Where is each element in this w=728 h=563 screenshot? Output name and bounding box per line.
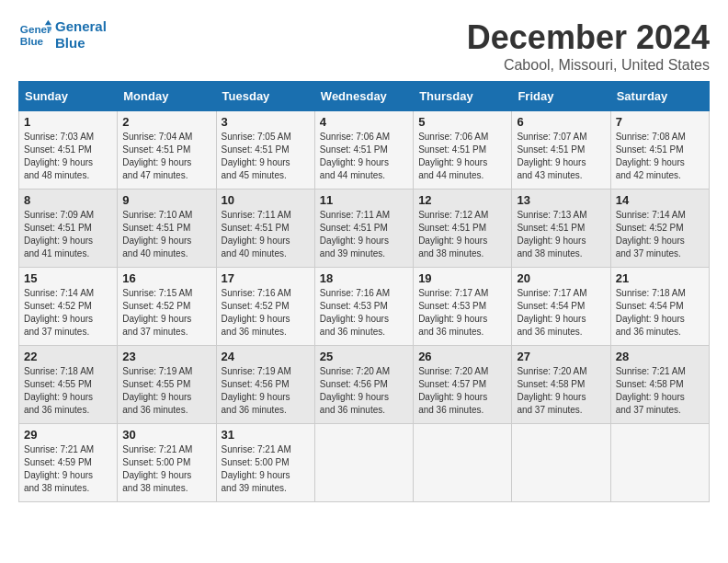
- day-number: 8: [24, 193, 112, 207]
- calendar-cell: 27 Sunrise: 7:20 AM Sunset: 4:58 PM Dayl…: [512, 346, 610, 424]
- daylight-minutes: and 40 minutes.: [222, 248, 287, 259]
- day-number: 3: [222, 115, 310, 129]
- daylight-label: Daylight: 9 hours: [122, 392, 191, 402]
- day-info: Sunrise: 7:21 AM Sunset: 4:59 PM Dayligh…: [24, 443, 112, 495]
- day-number: 29: [24, 428, 112, 442]
- weekday-header-tuesday: Tuesday: [216, 82, 314, 111]
- sunset-label: Sunset: 4:52 PM: [122, 301, 190, 311]
- calendar-cell: 8 Sunrise: 7:09 AM Sunset: 4:51 PM Dayli…: [19, 190, 118, 268]
- day-info: Sunrise: 7:19 AM Sunset: 4:56 PM Dayligh…: [222, 365, 310, 417]
- calendar-week-row: 15 Sunrise: 7:14 AM Sunset: 4:52 PM Dayl…: [19, 268, 710, 346]
- daylight-label: Daylight: 9 hours: [24, 392, 93, 402]
- daylight-minutes: and 40 minutes.: [122, 248, 188, 259]
- sunset-label: Sunset: 4:51 PM: [320, 144, 388, 155]
- day-number: 15: [24, 271, 112, 285]
- daylight-label: Daylight: 9 hours: [616, 157, 685, 167]
- calendar-cell: [314, 424, 413, 502]
- day-number: 6: [517, 115, 605, 129]
- location-title: Cabool, Missouri, United States: [467, 57, 710, 74]
- daylight-label: Daylight: 9 hours: [222, 157, 290, 167]
- day-number: 14: [616, 193, 704, 207]
- logo-line2: Blue: [55, 35, 107, 52]
- sunrise-label: Sunrise: 7:21 AM: [616, 366, 686, 376]
- svg-text:Blue: Blue: [20, 35, 44, 47]
- day-info: Sunrise: 7:07 AM Sunset: 4:51 PM Dayligh…: [517, 131, 605, 182]
- sunset-label: Sunset: 4:51 PM: [517, 223, 585, 233]
- daylight-minutes: and 42 minutes.: [616, 170, 681, 180]
- sunrise-label: Sunrise: 7:21 AM: [222, 444, 291, 454]
- day-info: Sunrise: 7:16 AM Sunset: 4:52 PM Dayligh…: [222, 287, 310, 339]
- weekday-header-wednesday: Wednesday: [314, 82, 413, 111]
- calendar-week-row: 8 Sunrise: 7:09 AM Sunset: 4:51 PM Dayli…: [19, 190, 710, 268]
- daylight-minutes: and 36 minutes.: [418, 405, 483, 415]
- daylight-label: Daylight: 9 hours: [222, 392, 290, 402]
- sunset-label: Sunset: 4:51 PM: [517, 144, 585, 155]
- daylight-minutes: and 44 minutes.: [418, 170, 483, 180]
- sunrise-label: Sunrise: 7:16 AM: [222, 288, 291, 298]
- calendar-cell: 2 Sunrise: 7:04 AM Sunset: 4:51 PM Dayli…: [118, 111, 216, 190]
- sunset-label: Sunset: 4:59 PM: [24, 457, 92, 467]
- sunset-label: Sunset: 4:51 PM: [24, 144, 92, 155]
- day-number: 23: [122, 350, 210, 363]
- daylight-minutes: and 37 minutes.: [24, 327, 89, 337]
- daylight-label: Daylight: 9 hours: [320, 314, 389, 324]
- day-info: Sunrise: 7:03 AM Sunset: 4:51 PM Dayligh…: [24, 131, 112, 182]
- day-info: Sunrise: 7:21 AM Sunset: 4:58 PM Dayligh…: [616, 365, 704, 417]
- sunset-label: Sunset: 4:52 PM: [616, 223, 684, 233]
- day-number: 18: [320, 271, 408, 285]
- calendar-cell: 28 Sunrise: 7:21 AM Sunset: 4:58 PM Dayl…: [610, 346, 709, 424]
- sunset-label: Sunset: 4:53 PM: [418, 301, 486, 311]
- daylight-minutes: and 36 minutes.: [24, 405, 89, 415]
- day-number: 30: [122, 428, 210, 442]
- calendar-cell: 7 Sunrise: 7:08 AM Sunset: 4:51 PM Dayli…: [610, 111, 709, 190]
- daylight-minutes: and 36 minutes.: [320, 405, 385, 415]
- weekday-header-sunday: Sunday: [19, 82, 118, 111]
- sunset-label: Sunset: 4:51 PM: [616, 144, 684, 155]
- sunset-label: Sunset: 4:51 PM: [122, 223, 190, 233]
- calendar-cell: [512, 424, 610, 502]
- calendar-cell: 30 Sunrise: 7:21 AM Sunset: 5:00 PM Dayl…: [118, 424, 216, 502]
- day-info: Sunrise: 7:10 AM Sunset: 4:51 PM Dayligh…: [122, 209, 210, 260]
- sunset-label: Sunset: 4:52 PM: [24, 301, 92, 311]
- sunset-label: Sunset: 4:55 PM: [122, 379, 190, 389]
- sunrise-label: Sunrise: 7:14 AM: [616, 210, 686, 220]
- calendar-cell: 29 Sunrise: 7:21 AM Sunset: 4:59 PM Dayl…: [19, 424, 118, 502]
- day-info: Sunrise: 7:20 AM Sunset: 4:56 PM Dayligh…: [320, 365, 408, 417]
- day-info: Sunrise: 7:12 AM Sunset: 4:51 PM Dayligh…: [418, 209, 506, 260]
- daylight-label: Daylight: 9 hours: [517, 392, 586, 402]
- day-number: 24: [222, 350, 310, 363]
- daylight-minutes: and 36 minutes.: [616, 327, 681, 337]
- sunrise-label: Sunrise: 7:18 AM: [616, 288, 686, 298]
- daylight-label: Daylight: 9 hours: [418, 236, 487, 246]
- daylight-label: Daylight: 9 hours: [517, 236, 586, 246]
- sunset-label: Sunset: 4:58 PM: [616, 379, 684, 389]
- calendar-cell: 26 Sunrise: 7:20 AM Sunset: 4:57 PM Dayl…: [414, 346, 512, 424]
- day-number: 31: [222, 428, 310, 442]
- daylight-label: Daylight: 9 hours: [122, 157, 191, 167]
- day-info: Sunrise: 7:20 AM Sunset: 4:58 PM Dayligh…: [517, 365, 605, 417]
- sunset-label: Sunset: 4:58 PM: [517, 379, 585, 389]
- daylight-label: Daylight: 9 hours: [24, 157, 93, 167]
- day-info: Sunrise: 7:21 AM Sunset: 5:00 PM Dayligh…: [122, 443, 210, 495]
- daylight-minutes: and 36 minutes.: [222, 405, 287, 415]
- day-number: 10: [222, 193, 310, 207]
- calendar-week-row: 22 Sunrise: 7:18 AM Sunset: 4:55 PM Dayl…: [19, 346, 710, 424]
- weekday-header-monday: Monday: [118, 82, 216, 111]
- sunset-label: Sunset: 4:55 PM: [24, 379, 92, 389]
- daylight-label: Daylight: 9 hours: [616, 314, 685, 324]
- sunset-label: Sunset: 4:52 PM: [222, 301, 290, 311]
- daylight-label: Daylight: 9 hours: [320, 392, 389, 402]
- day-info: Sunrise: 7:08 AM Sunset: 4:51 PM Dayligh…: [616, 131, 704, 182]
- sunrise-label: Sunrise: 7:19 AM: [122, 366, 192, 376]
- day-info: Sunrise: 7:06 AM Sunset: 4:51 PM Dayligh…: [418, 131, 506, 182]
- daylight-minutes: and 45 minutes.: [222, 170, 287, 180]
- sunset-label: Sunset: 5:00 PM: [222, 457, 290, 467]
- sunrise-label: Sunrise: 7:20 AM: [418, 366, 488, 376]
- sunrise-label: Sunrise: 7:19 AM: [222, 366, 291, 376]
- sunrise-label: Sunrise: 7:17 AM: [418, 288, 488, 298]
- page-header: General Blue General Blue December 2024 …: [18, 18, 710, 74]
- daylight-label: Daylight: 9 hours: [222, 314, 290, 324]
- calendar-cell: 15 Sunrise: 7:14 AM Sunset: 4:52 PM Dayl…: [19, 268, 118, 346]
- day-number: 16: [122, 271, 210, 285]
- calendar-cell: 22 Sunrise: 7:18 AM Sunset: 4:55 PM Dayl…: [19, 346, 118, 424]
